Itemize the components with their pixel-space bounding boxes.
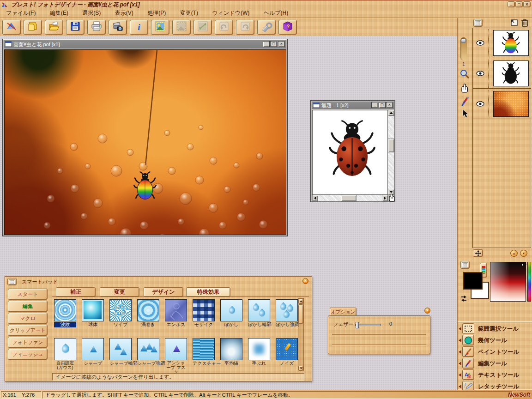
- hue-marker-icon[interactable]: [524, 263, 526, 266]
- layer-thumbnail-rainbow-ladybug[interactable]: [493, 30, 529, 56]
- print-button[interactable]: [87, 20, 106, 35]
- menu-help[interactable]: ヘルプ(H): [258, 8, 295, 18]
- geometry-icon[interactable]: [462, 335, 474, 345]
- effect-thumb[interactable]: [193, 338, 215, 360]
- menu-file[interactable]: ファイル(F): [0, 8, 42, 18]
- text-icon[interactable]: AcB: [462, 369, 474, 380]
- vscroll-thumb[interactable]: [388, 139, 394, 152]
- effect-blur[interactable]: ぼかし: [220, 299, 242, 327]
- hand-tool-icon[interactable]: [459, 84, 470, 95]
- effect-thumb[interactable]: [276, 299, 298, 321]
- zoom-slider-handle[interactable]: [461, 38, 466, 43]
- document-window-titlebar[interactable]: 画面¥虫と花.pof [x1] _ □ ×: [4, 40, 286, 48]
- document-minimize-button[interactable]: _: [263, 41, 270, 47]
- effect-sharp[interactable]: シャープ: [82, 338, 104, 375]
- tool-paint[interactable]: ペイントツール: [458, 347, 532, 358]
- effect-noise[interactable]: ノイズ: [276, 338, 298, 375]
- smartpad-header[interactable]: スマートパッド ×: [5, 277, 312, 287]
- untitled-vscrollbar[interactable]: [388, 110, 394, 195]
- eyedropper-icon[interactable]: [460, 97, 470, 109]
- options-tab[interactable]: オプション: [330, 308, 357, 316]
- effect-sharp-strong[interactable]: シャープ強調: [137, 338, 159, 375]
- tool-expand-icon[interactable]: [459, 385, 461, 388]
- effects-scroll-thumb[interactable]: [298, 304, 303, 324]
- document-close-button[interactable]: ×: [278, 41, 285, 47]
- tool-edit[interactable]: 編集ツール: [458, 358, 532, 369]
- close-button[interactable]: ×: [523, 1, 531, 7]
- nav-start[interactable]: スタート: [8, 289, 48, 300]
- layer-row[interactable]: [473, 28, 531, 58]
- nav-finish[interactable]: フィニッシュ: [8, 349, 48, 360]
- tool-expand-icon[interactable]: [459, 339, 461, 342]
- effect-thumb[interactable]: [109, 338, 132, 360]
- edit-dropper-icon[interactable]: [462, 358, 474, 369]
- effect-mosaic[interactable]: モザイク: [193, 299, 215, 327]
- tool-expand-icon[interactable]: [459, 362, 461, 365]
- gradient-field[interactable]: [490, 262, 526, 302]
- settings-button[interactable]: [257, 20, 276, 35]
- effect-thumb[interactable]: [82, 299, 104, 321]
- redo-button[interactable]: [236, 20, 254, 35]
- effect-thumb[interactable]: [82, 338, 104, 360]
- menu-view[interactable]: 表示(V): [109, 8, 139, 18]
- copy-image-button[interactable]: [172, 20, 191, 35]
- tool-text[interactable]: AcB テキストツール: [458, 370, 532, 381]
- effect-swirl[interactable]: 渦巻き: [137, 299, 159, 327]
- effect-blur-strong[interactable]: ぼかし強調: [276, 299, 298, 327]
- open-button[interactable]: [45, 20, 63, 35]
- effect-thumb[interactable]: [193, 299, 215, 321]
- untitled-hscrollbar[interactable]: [312, 195, 388, 201]
- transform-image-button[interactable]: [193, 20, 212, 35]
- swap-colors-icon[interactable]: [460, 295, 468, 304]
- layers-scroll-down-button[interactable]: ▼: [520, 250, 527, 257]
- effect-custom-gauss[interactable]: 自由設定 (ガウス): [54, 338, 76, 375]
- smartpad-close-button[interactable]: ×: [302, 278, 308, 284]
- effect-thumb[interactable]: [276, 338, 298, 360]
- menu-select[interactable]: 選択(S): [76, 8, 107, 18]
- tool-expand-icon[interactable]: [459, 350, 461, 354]
- visibility-eye-icon[interactable]: [476, 100, 484, 109]
- untitled-window-titlebar[interactable]: 無題 - 1 [x2] _ □ ×: [312, 102, 394, 109]
- effect-thumb[interactable]: [248, 299, 270, 321]
- new-layer-icon[interactable]: [510, 19, 519, 29]
- flower-photo[interactable]: [4, 49, 286, 235]
- pointer-icon[interactable]: [462, 109, 469, 120]
- tool-geometry[interactable]: 幾何ツール: [458, 335, 532, 346]
- effect-thumb[interactable]: [165, 299, 187, 321]
- layer-thumbnail-ladybug-silhouette[interactable]: [493, 60, 529, 86]
- scroll-left-icon[interactable]: [312, 195, 318, 201]
- effect-emboss[interactable]: エンボス: [165, 299, 187, 327]
- effects-scrollbar[interactable]: [298, 298, 304, 371]
- zoom-slider[interactable]: [460, 37, 467, 60]
- tab-correction[interactable]: 補正: [56, 287, 96, 297]
- tool-select-region[interactable]: 範囲選択ツール: [458, 324, 532, 335]
- maximize-button[interactable]: □: [515, 1, 523, 7]
- nav-photofun[interactable]: フォトファン: [8, 337, 48, 348]
- effect-thumb[interactable]: [248, 338, 270, 360]
- minimize-button[interactable]: _: [508, 1, 515, 7]
- effect-thumb[interactable]: [137, 299, 159, 321]
- effect-thumb[interactable]: [220, 299, 242, 321]
- move-layer-button[interactable]: [473, 249, 483, 257]
- menu-change[interactable]: 変更(T): [174, 8, 204, 18]
- select-region-icon[interactable]: [462, 323, 474, 334]
- tab-design[interactable]: デザイン: [144, 287, 183, 297]
- effects-scroll-up-icon[interactable]: [298, 299, 303, 304]
- untitled-maximize-button[interactable]: □: [379, 102, 386, 108]
- effect-blur-edge[interactable]: ぼかし輪郭: [248, 299, 270, 327]
- effect-thumb[interactable]: [137, 338, 159, 360]
- feather-slider-handle[interactable]: [356, 322, 359, 328]
- effect-unsharp-mask[interactable]: アンシャープ マスク: [165, 338, 187, 375]
- effect-wipe[interactable]: ワイプ: [109, 299, 132, 327]
- effect-shake[interactable]: 手ぶれ: [248, 338, 270, 375]
- layer-list-button[interactable]: [473, 19, 483, 27]
- menu-edit[interactable]: 編集(E): [44, 8, 74, 18]
- scroll-up-icon[interactable]: [388, 110, 394, 116]
- foreground-color-swatch[interactable]: [463, 272, 483, 290]
- layer-row[interactable]: [473, 59, 531, 89]
- hue-strip[interactable]: [527, 262, 531, 302]
- untitled-minimize-button[interactable]: _: [371, 102, 378, 108]
- effect-thumb[interactable]: [109, 299, 132, 321]
- untitled-canvas[interactable]: [312, 110, 388, 195]
- effect-thumb[interactable]: [54, 299, 76, 321]
